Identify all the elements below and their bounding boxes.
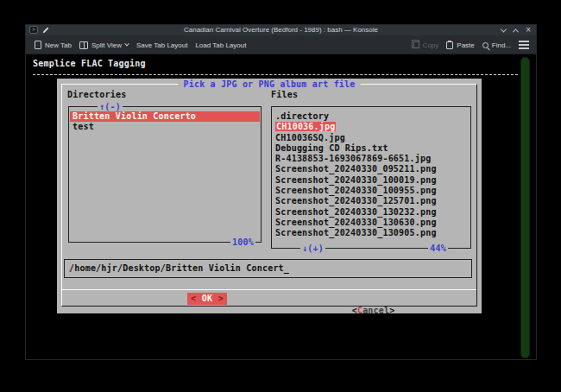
hamburger-menu-icon[interactable] bbox=[519, 44, 529, 46]
text-cursor: _ bbox=[284, 260, 289, 277]
find-button[interactable]: Find... bbox=[482, 41, 511, 49]
new-tab-icon bbox=[35, 41, 41, 49]
list-item[interactable]: Screenshot_20240330_100955.png bbox=[273, 186, 470, 196]
directories-label: Directories bbox=[67, 89, 126, 100]
list-item[interactable]: test bbox=[70, 122, 260, 132]
maximize-button[interactable] bbox=[513, 28, 519, 35]
list-item[interactable]: Screenshot_20240330_100019.png bbox=[273, 175, 470, 186]
paste-button[interactable]: Paste bbox=[446, 41, 474, 49]
button-separator bbox=[62, 289, 476, 290]
selected-file[interactable]: CH10036.jpg bbox=[275, 122, 336, 131]
directories-listbox: ↑(-) Britten Violin Concerto test 100% bbox=[68, 106, 262, 243]
list-item[interactable]: .directory bbox=[273, 111, 470, 122]
list-item[interactable]: R-4138853-1693067869-6651.jpg bbox=[273, 154, 470, 164]
konsole-window: > Canadian Carnival Overture (Bedford - … bbox=[25, 24, 537, 360]
file-picker-dialog: Pick a JPG or PNG album art file Directo… bbox=[57, 79, 482, 313]
path-input[interactable]: /home/hjr/Desktop/Britten Violin Concert… bbox=[64, 259, 472, 278]
list-item[interactable]: Screenshot_20240330_095211.png bbox=[273, 164, 470, 174]
terminal-area[interactable]: Semplice FLAC Tagging Pick a JPG or PNG … bbox=[26, 55, 536, 359]
files-listbox: .directory CH10036.jpg CH10036SQ.jpg Deb… bbox=[271, 106, 471, 249]
new-tab-button[interactable]: New Tab bbox=[35, 41, 72, 49]
search-icon bbox=[482, 42, 489, 48]
list-item[interactable]: Screenshot_20240330_125701.png bbox=[273, 196, 470, 206]
close-button[interactable]: × bbox=[526, 26, 531, 35]
load-tab-layout-button[interactable]: Load Tab Layout bbox=[195, 41, 246, 49]
app-heading: Semplice FLAC Tagging bbox=[33, 58, 146, 69]
files-label: Files bbox=[271, 89, 298, 100]
path-value: /home/hjr/Desktop/Britten Violin Concert bbox=[69, 260, 284, 277]
copy-button[interactable]: Copy bbox=[413, 41, 439, 49]
directories-scroll-percent: 100% bbox=[230, 237, 255, 248]
list-item[interactable]: Screenshot_20240330_130232.png bbox=[273, 207, 470, 218]
titlebar: > Canadian Carnival Overture (Bedford - … bbox=[26, 25, 536, 35]
scroll-down-indicator[interactable]: ↓(+) bbox=[300, 243, 325, 254]
list-item[interactable]: Screenshot_20240330_130905.png bbox=[273, 228, 470, 238]
split-view-button[interactable]: Split View bbox=[79, 41, 129, 49]
chevron-down-icon bbox=[124, 41, 129, 47]
copy-icon bbox=[413, 41, 419, 48]
list-item[interactable]: CH10036.jpg bbox=[273, 122, 470, 132]
ok-button[interactable]: < OK > bbox=[187, 293, 227, 305]
toolbar: New Tab Split View Save Tab Layout Load … bbox=[26, 35, 536, 54]
heading-underline bbox=[33, 74, 518, 75]
screen: > Canadian Carnival Overture (Bedford - … bbox=[0, 0, 561, 392]
list-item[interactable]: Screenshot_20240330_130630.png bbox=[273, 218, 470, 228]
terminal-scrollbar[interactable] bbox=[520, 57, 530, 358]
cancel-button[interactable]: <Cancel> bbox=[287, 293, 394, 305]
window-title: Canadian Carnival Overture (Bedford - 19… bbox=[26, 26, 536, 34]
save-tab-layout-button[interactable]: Save Tab Layout bbox=[136, 41, 187, 49]
minimize-button[interactable] bbox=[501, 26, 507, 32]
paste-icon bbox=[446, 41, 453, 49]
list-item[interactable]: CH10036SQ.jpg bbox=[273, 133, 470, 143]
split-view-icon bbox=[79, 41, 88, 49]
dialog-title: Pick a JPG or PNG album art file bbox=[178, 79, 360, 90]
list-item[interactable]: Debugging CD Rips.txt bbox=[273, 143, 470, 154]
files-scroll-percent: 44% bbox=[428, 243, 448, 254]
list-item[interactable]: Britten Violin Concerto bbox=[70, 111, 260, 122]
